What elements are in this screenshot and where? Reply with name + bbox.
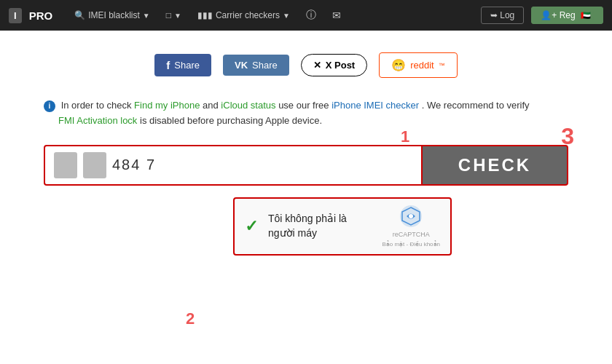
input-section: 1 3 CHECK 2 ✓ Tôi không phải là người má…	[44, 145, 568, 256]
facebook-share-button[interactable]: f Share	[154, 54, 211, 76]
captcha-label: Tôi không phải là người máy	[268, 212, 372, 240]
recaptcha-logo	[399, 205, 423, 228]
find-my-iphone-link[interactable]: Find my iPhone	[134, 100, 200, 111]
icloud-status-link[interactable]: iCloud status	[221, 100, 275, 111]
reddit-share-button[interactable]: 😁 reddit ™	[379, 52, 458, 78]
imei-input[interactable]	[112, 157, 412, 173]
iphone-imei-checker-link[interactable]: iPhone IMEI checker	[332, 100, 419, 111]
info-text: i In order to check Find my iPhone and i…	[44, 98, 568, 129]
nav-brand: PRO	[29, 9, 53, 22]
captcha-checkmark: ✓	[245, 217, 258, 236]
captcha-wrapper: ✓ Tôi không phải là người máy reCAPTCHA	[233, 197, 568, 256]
imei-thumb2	[83, 152, 106, 178]
chevron-down-icon: ▼	[143, 12, 150, 20]
annotation-label-2: 2	[186, 309, 195, 328]
nav-logo: I	[9, 8, 22, 23]
x-share-button[interactable]: ✕ X Post	[301, 54, 367, 76]
register-button[interactable]: 👤+ Reg 🇦🇪	[531, 7, 603, 24]
input-row: CHECK	[44, 145, 568, 186]
login-icon: ➥	[490, 10, 498, 20]
navbar: I PRO 🔍 IMEI blacklist ▼ □ ▼ ▮▮▮ Carrier…	[0, 0, 612, 31]
nav-device[interactable]: □ ▼	[160, 7, 187, 23]
info-icon: i	[44, 100, 55, 112]
vk-icon: VK	[235, 60, 248, 71]
device-icon: □	[166, 10, 171, 20]
share-row: f Share VK Share ✕ X Post 😁 reddit ™	[44, 52, 568, 78]
imei-input-wrapper	[44, 145, 423, 186]
fmi-activation-lock-link[interactable]: FMI Activation lock	[58, 115, 137, 126]
main-content: f Share VK Share ✕ X Post 😁 reddit ™ i I…	[0, 31, 612, 270]
nav-imei-blacklist[interactable]: 🔍 IMEI blacklist ▼	[68, 7, 156, 23]
annotation-label-1: 1	[401, 127, 409, 146]
imei-thumb1	[54, 152, 77, 178]
captcha-box[interactable]: ✓ Tôi không phải là người máy reCAPTCHA	[233, 197, 452, 256]
user-add-icon: 👤+	[541, 10, 557, 20]
x-icon: ✕	[313, 60, 321, 71]
reddit-icon: 😁	[391, 58, 406, 72]
recaptcha-links: Bảo mật - Điều khoản	[382, 241, 440, 248]
search-icon: 🔍	[74, 10, 85, 20]
nav-info[interactable]: ⓘ	[300, 6, 322, 25]
svg-point-1	[409, 214, 413, 218]
nav-mail[interactable]: ✉	[326, 7, 347, 24]
facebook-icon: f	[166, 59, 170, 71]
vk-share-button[interactable]: VK Share	[223, 55, 289, 76]
flag-icon: 🇦🇪	[578, 11, 594, 20]
chevron-down-icon: ▼	[283, 12, 290, 20]
nav-carrier-checkers[interactable]: ▮▮▮ Carrier checkers ▼	[192, 7, 296, 23]
chevron-down-icon: ▼	[174, 12, 181, 20]
recaptcha-label: reCAPTCHA	[393, 231, 430, 238]
signal-icon: ▮▮▮	[197, 10, 213, 20]
captcha-section: 2 ✓ Tôi không phải là người máy	[44, 197, 568, 256]
login-button[interactable]: ➥ Log	[481, 7, 524, 24]
check-button[interactable]: CHECK	[423, 145, 568, 186]
